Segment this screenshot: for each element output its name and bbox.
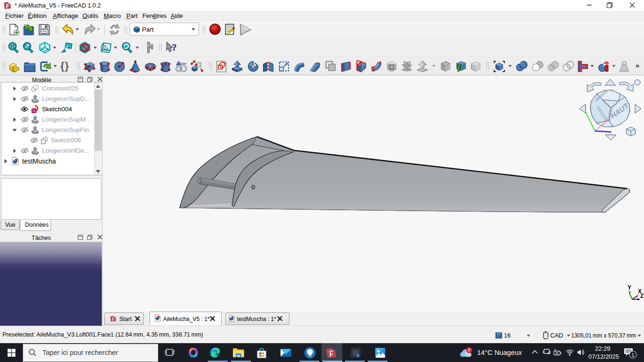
svg-text:1: 1 xyxy=(632,352,635,358)
svg-text:Y: Y xyxy=(627,285,631,291)
svg-text:7: 7 xyxy=(468,347,470,353)
svg-text:?: ? xyxy=(172,42,177,52)
svg-text:Z: Z xyxy=(640,293,644,299)
